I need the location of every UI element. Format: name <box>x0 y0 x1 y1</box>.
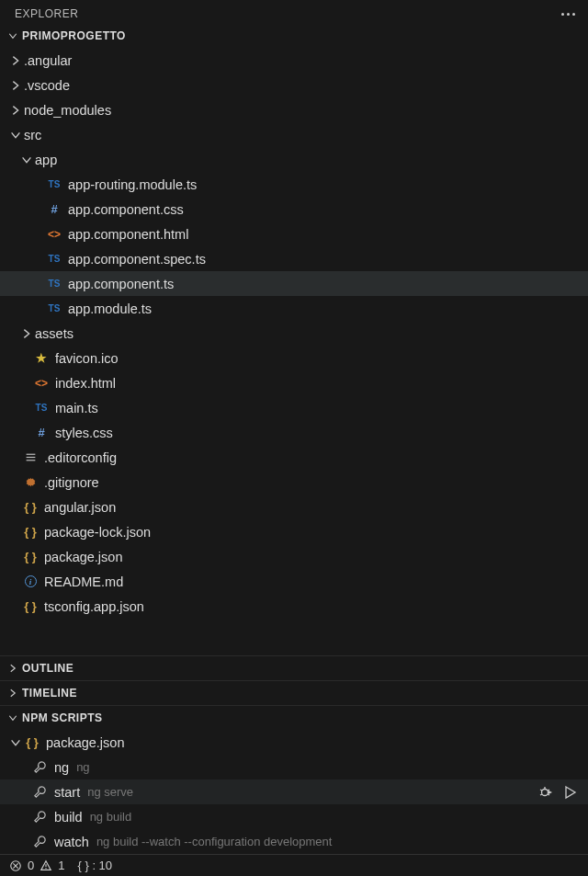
npm-script-name: start <box>54 785 80 800</box>
npm-script-row[interactable]: buildng build <box>0 804 588 829</box>
folder-label: src <box>24 128 41 142</box>
folder-label: app <box>35 153 57 167</box>
editorconfig-icon <box>22 451 39 463</box>
error-icon[interactable] <box>9 859 22 872</box>
file-row[interactable]: <>app.component.html <box>0 222 588 246</box>
typescript-icon: TS <box>46 254 62 264</box>
file-label: package.json <box>44 550 122 564</box>
file-label: app.component.ts <box>68 277 174 291</box>
chevron-icon <box>9 104 22 117</box>
file-row[interactable]: { }package-lock.json <box>0 519 588 544</box>
chevron-right-icon <box>7 688 18 699</box>
npm-script-cmd: ng build --watch --configuration develop… <box>96 835 333 848</box>
css-icon: # <box>46 202 62 216</box>
css-icon: # <box>33 426 50 439</box>
warning-count[interactable]: 1 <box>58 859 64 872</box>
npm-package-json-row[interactable]: { } package.json <box>0 730 588 755</box>
file-row[interactable]: .gitignore <box>0 470 588 495</box>
timeline-section-header[interactable]: TIMELINE <box>0 680 588 705</box>
file-row[interactable]: #app.component.css <box>0 197 588 222</box>
error-count[interactable]: 0 <box>28 859 34 872</box>
file-label: app.module.ts <box>68 301 152 316</box>
npm-script-name: ng <box>54 760 69 775</box>
typescript-icon: TS <box>46 279 62 289</box>
debug-icon[interactable] <box>538 785 553 800</box>
folder-label: assets <box>35 326 74 341</box>
file-label: styles.css <box>55 426 113 440</box>
folder-row[interactable]: node_modules <box>0 97 588 122</box>
warning-icon[interactable] <box>40 859 52 872</box>
file-row[interactable]: { }tsconfig.app.json <box>0 594 588 619</box>
chevron-down-icon <box>7 30 18 41</box>
npm-script-row[interactable]: startng serve <box>0 779 588 804</box>
file-label: tsconfig.app.json <box>44 599 144 614</box>
folder-label: .angular <box>24 53 72 68</box>
folder-row[interactable]: .angular <box>0 48 588 73</box>
file-label: index.html <box>55 376 116 391</box>
explorer-title: EXPLORER <box>15 7 78 20</box>
npm-script-row[interactable]: watchng build --watch --configuration de… <box>0 829 588 854</box>
file-label: .gitignore <box>44 475 99 490</box>
explorer-header: EXPLORER <box>0 0 588 28</box>
file-row[interactable]: TSapp.component.ts <box>0 271 588 296</box>
file-label: app-routing.module.ts <box>68 177 197 192</box>
folder-row[interactable]: app <box>0 147 588 172</box>
folder-row[interactable]: .vscode <box>0 73 588 97</box>
project-name: PRIMOPROGETTO <box>22 29 126 42</box>
file-label: angular.json <box>44 500 116 515</box>
more-actions-icon[interactable] <box>561 13 575 16</box>
npm-script-row[interactable]: ngng <box>0 755 588 779</box>
status-extra[interactable]: { } : 10 <box>77 859 112 872</box>
file-label: app.component.css <box>68 202 184 217</box>
file-row[interactable]: iREADME.md <box>0 569 588 594</box>
chevron-icon <box>20 154 33 166</box>
html-icon: <> <box>33 377 50 390</box>
file-row[interactable]: TSapp.component.spec.ts <box>0 246 588 271</box>
file-row[interactable]: { }package.json <box>0 544 588 569</box>
npm-script-cmd: ng <box>76 760 89 774</box>
npm-script-name: watch <box>54 835 89 849</box>
file-row[interactable]: TSmain.ts <box>0 395 588 420</box>
chevron-right-icon <box>7 663 18 674</box>
chevron-icon <box>9 54 22 67</box>
folder-label: node_modules <box>24 103 111 118</box>
file-row[interactable]: <>index.html <box>0 370 588 395</box>
npm-scripts-label: NPM SCRIPTS <box>22 711 103 724</box>
file-label: README.md <box>44 575 123 589</box>
json-icon: { } <box>22 550 39 563</box>
html-icon: <> <box>46 228 62 241</box>
outline-section-header[interactable]: OUTLINE <box>0 655 588 680</box>
file-label: favicon.ico <box>55 351 119 366</box>
typescript-icon: TS <box>33 403 50 413</box>
timeline-label: TIMELINE <box>22 687 77 700</box>
svg-point-11 <box>46 867 47 868</box>
file-row[interactable]: TSapp-routing.module.ts <box>0 172 588 197</box>
npm-script-cmd: ng serve <box>87 785 133 799</box>
npm-script-name: build <box>54 810 83 825</box>
gitignore-icon <box>22 476 39 488</box>
outline-label: OUTLINE <box>22 662 74 675</box>
json-icon: { } <box>22 500 39 514</box>
tool-icon <box>33 835 47 848</box>
folder-row[interactable]: src <box>0 122 588 147</box>
json-icon: { } <box>22 525 39 539</box>
file-row[interactable]: ★favicon.ico <box>0 346 588 370</box>
status-bar: 0 1 { } : 10 <box>0 854 588 876</box>
chevron-down-icon <box>7 712 18 723</box>
chevron-down-icon <box>9 736 22 749</box>
svg-line-8 <box>548 794 549 795</box>
npm-scripts-section-header[interactable]: NPM SCRIPTS <box>0 705 588 730</box>
svg-line-5 <box>540 790 542 791</box>
folder-label: .vscode <box>24 78 70 93</box>
file-row[interactable]: TSapp.module.ts <box>0 296 588 321</box>
run-icon[interactable] <box>562 785 577 800</box>
project-section-header[interactable]: PRIMOPROGETTO <box>0 28 588 48</box>
folder-row[interactable]: assets <box>0 321 588 346</box>
chevron-icon <box>9 129 22 142</box>
tool-icon <box>33 760 47 774</box>
file-row[interactable]: #styles.css <box>0 420 588 445</box>
npm-scripts-list: ngngstartng servebuildng buildwatchng bu… <box>0 755 588 854</box>
json-icon: { } <box>24 735 40 749</box>
file-row[interactable]: .editorconfig <box>0 445 588 470</box>
file-row[interactable]: { }angular.json <box>0 495 588 519</box>
